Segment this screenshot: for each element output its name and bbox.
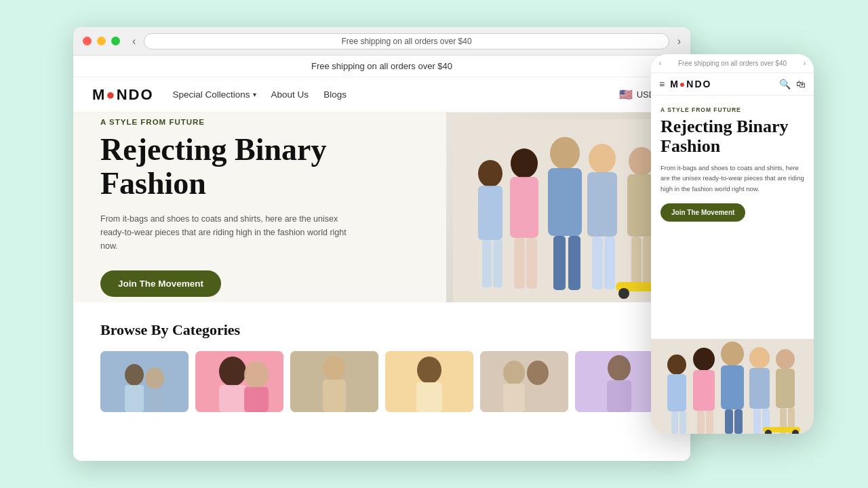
svg-rect-26 — [125, 385, 144, 412]
store-nav: M●NDO Special Collections ▾ About Us Blo… — [73, 77, 690, 113]
svg-rect-46 — [607, 380, 631, 412]
svg-rect-8 — [526, 238, 537, 289]
mobile-prev-arrow[interactable]: ‹ — [659, 60, 661, 67]
svg-rect-16 — [604, 237, 615, 289]
svg-point-41 — [503, 361, 525, 385]
svg-point-13 — [589, 144, 616, 174]
svg-rect-11 — [553, 236, 566, 290]
mobile-hero-section: A STYLE FROM FUTURE Rejecting Binary Fas… — [651, 96, 814, 339]
svg-point-27 — [145, 367, 164, 389]
svg-rect-28 — [145, 388, 164, 412]
hamburger-icon[interactable]: ≡ — [659, 79, 665, 89]
mobile-icons: 🔍 🛍 — [779, 79, 806, 89]
url-bar[interactable]: Free shipping on all orders over $40 — [144, 33, 669, 49]
back-arrow[interactable]: ‹ — [132, 35, 136, 47]
svg-rect-14 — [587, 172, 617, 237]
category-card-3[interactable] — [290, 351, 378, 412]
svg-point-64 — [776, 349, 795, 369]
svg-point-5 — [511, 148, 538, 178]
nav-about-us[interactable]: About Us — [271, 89, 309, 100]
mobile-hero-title: Rejecting Binary Fashion — [660, 117, 804, 156]
svg-rect-7 — [514, 238, 525, 289]
nav-blogs[interactable]: Blogs — [323, 89, 347, 100]
svg-rect-10 — [548, 168, 582, 236]
svg-rect-33 — [244, 387, 269, 412]
categories-title: Browse By Categories — [100, 321, 663, 339]
category-card-2[interactable] — [195, 351, 283, 412]
category-card-4[interactable] — [385, 351, 473, 412]
svg-rect-4 — [493, 240, 502, 287]
hero-subtitle: A STYLE FROM FUTURE — [100, 118, 401, 126]
svg-point-22 — [618, 288, 629, 299]
svg-rect-57 — [721, 365, 744, 409]
maximize-dot[interactable] — [111, 37, 120, 45]
mobile-hero-subtitle: A STYLE FROM FUTURE — [660, 106, 804, 113]
category-card-5[interactable] — [480, 351, 568, 412]
hero-title: Rejecting Binary Fashion — [100, 133, 401, 200]
mobile-announcement-bar: ‹ Free shipping on all orders over $40 › — [651, 54, 814, 73]
svg-rect-65 — [776, 369, 795, 408]
mobile-hero-cta-button[interactable]: Join The Movement — [660, 203, 745, 222]
announcement-text: Free shipping on all orders over $40 — [311, 61, 452, 71]
mobile-cart-icon[interactable]: 🛍 — [796, 79, 806, 89]
announcement-bar: Free shipping on all orders over $40 — [73, 56, 690, 77]
svg-rect-2 — [478, 186, 502, 240]
chevron-down-icon: ▾ — [253, 91, 256, 98]
hero-cta-button[interactable]: Join The Movement — [100, 270, 221, 297]
flag-icon: 🇺🇸 — [619, 88, 633, 101]
logo-o: O — [140, 86, 153, 103]
store-logo[interactable]: M●NDO — [92, 86, 154, 104]
category-card-1[interactable] — [100, 351, 189, 412]
mobile-hero-image — [651, 339, 814, 434]
svg-rect-61 — [749, 368, 770, 409]
minimize-dot[interactable] — [97, 37, 106, 45]
svg-rect-39 — [416, 382, 442, 412]
svg-point-60 — [749, 347, 770, 369]
forward-arrow[interactable]: › — [677, 35, 681, 47]
mobile-search-icon[interactable]: 🔍 — [779, 79, 791, 89]
mobile-logo[interactable]: M●NDO — [670, 79, 774, 89]
svg-rect-31 — [219, 385, 246, 412]
svg-rect-50 — [671, 411, 678, 434]
svg-rect-59 — [734, 409, 743, 434]
svg-point-45 — [608, 355, 631, 381]
svg-rect-19 — [631, 237, 642, 289]
nav-special-collections[interactable]: Special Collections ▾ — [173, 89, 256, 100]
hero-text: A STYLE FROM FUTURE Rejecting Binary Fas… — [73, 113, 426, 302]
browser-nav: ‹ Free shipping on all orders over $40 › — [132, 33, 681, 49]
mobile-people-svg — [651, 339, 814, 434]
svg-point-48 — [667, 354, 686, 375]
category-card-6[interactable] — [575, 351, 663, 412]
svg-rect-55 — [706, 411, 713, 434]
svg-point-32 — [244, 361, 269, 388]
svg-rect-49 — [667, 374, 686, 411]
close-dot[interactable] — [83, 37, 92, 45]
svg-rect-3 — [482, 240, 492, 287]
svg-point-30 — [219, 357, 246, 386]
svg-rect-54 — [697, 411, 705, 434]
mobile-next-arrow[interactable]: › — [804, 60, 806, 67]
svg-rect-53 — [693, 370, 715, 411]
svg-point-9 — [550, 137, 580, 169]
svg-point-56 — [721, 342, 744, 366]
svg-rect-6 — [510, 177, 538, 238]
store-content: Free shipping on all orders over $40 M●N… — [73, 56, 690, 461]
svg-point-25 — [125, 364, 144, 386]
hero-section: A STYLE FROM FUTURE Rejecting Binary Fas… — [73, 113, 690, 302]
svg-rect-42 — [503, 384, 525, 412]
svg-point-1 — [478, 160, 502, 187]
logo-dot: ● — [106, 86, 116, 103]
svg-rect-12 — [568, 236, 580, 290]
svg-point-38 — [417, 357, 441, 384]
mobile-mockup: ‹ Free shipping on all orders over $40 ›… — [651, 54, 814, 434]
mobile-hero-description: From it-bags and shoes to coats and shir… — [660, 163, 804, 194]
svg-rect-62 — [753, 409, 761, 434]
categories-section: Browse By Categories — [73, 302, 690, 426]
svg-rect-58 — [725, 409, 733, 434]
hero-people-svg — [453, 119, 684, 302]
svg-point-52 — [693, 348, 715, 371]
svg-rect-36 — [323, 380, 346, 412]
svg-point-35 — [323, 356, 345, 380]
browser-window: ‹ Free shipping on all orders over $40 ›… — [73, 27, 690, 461]
svg-point-43 — [527, 361, 549, 385]
